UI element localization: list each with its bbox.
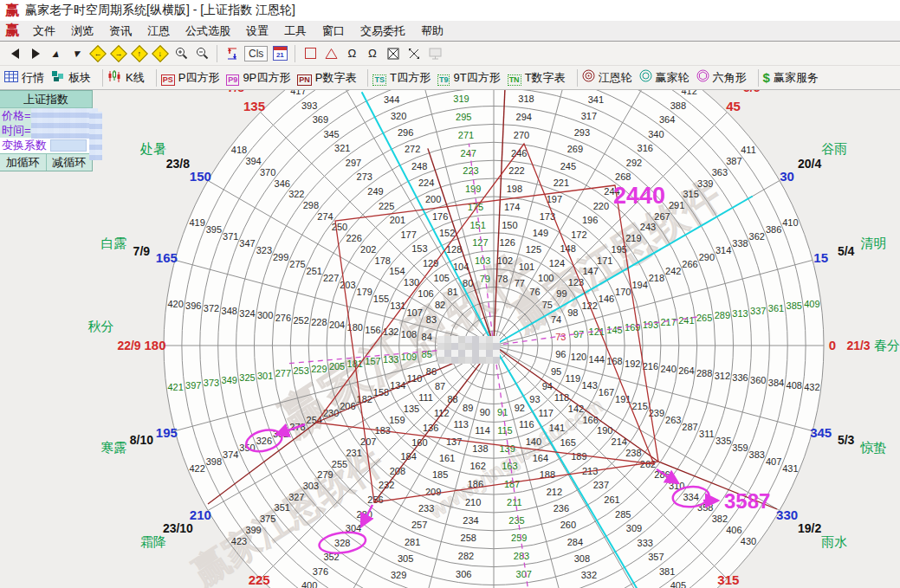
wheel-number: 273	[357, 171, 372, 182]
menu-item[interactable]: 工具	[284, 23, 307, 39]
square-tool-icon[interactable]	[301, 44, 319, 63]
rotate-cw-icon[interactable]: Ω	[343, 44, 360, 63]
center-redacted	[493, 343, 500, 350]
view-button-p9-badge[interactable]: P99P四方形	[226, 70, 297, 86]
wheel-number: 108	[401, 329, 417, 339]
wheel-number: 339	[697, 178, 713, 189]
date-label: 23/8	[166, 157, 190, 171]
wheel-number: 164	[533, 453, 548, 463]
wheel-number: 150	[502, 220, 517, 230]
wheel-number: 372	[204, 303, 219, 313]
wheel-number: 207	[360, 436, 376, 447]
wheel-number: 290	[699, 252, 715, 262]
toolbar-separator	[367, 69, 368, 87]
wheel-number: 307	[516, 569, 532, 579]
calendar-icon[interactable]: 21	[271, 44, 288, 63]
view-button-t9-badge[interactable]: T99T四方形	[437, 70, 508, 86]
t9-badge: T9	[437, 70, 450, 86]
view-button-blocks-icon[interactable]: 板块	[51, 70, 98, 86]
time-label: 时间=	[2, 124, 31, 137]
center-redacted	[486, 357, 493, 364]
menu-item[interactable]: 公式选股	[185, 23, 230, 39]
diamond-left-icon[interactable]: ←	[89, 44, 107, 63]
cross-arrows-icon[interactable]	[405, 44, 423, 63]
wheel-number: 381	[659, 566, 675, 577]
toolbar-separator	[295, 45, 295, 62]
view-button-ts-badge[interactable]: TST四方形	[372, 70, 437, 86]
range-icon[interactable]	[223, 44, 241, 63]
toolbar-separator	[102, 69, 103, 87]
wheel-number: 387	[726, 156, 741, 166]
wheel-number: 348	[222, 306, 237, 316]
wheel-number: 341	[588, 94, 604, 105]
center-redacted	[479, 343, 486, 350]
view-button-hexagon-icon[interactable]: 六角形	[696, 69, 754, 86]
menu-item[interactable]: 资讯	[109, 23, 132, 39]
wheel-number: 421	[167, 382, 183, 392]
nav-down-icon[interactable]: ▼	[68, 44, 86, 63]
wheel-number: 336	[732, 372, 748, 383]
wheel-number: 282	[458, 551, 474, 561]
view-button-winner-wheel-icon[interactable]: 赢家轮	[639, 69, 696, 86]
menu-item[interactable]: 文件	[33, 23, 55, 39]
view-button-service-dollar-icon[interactable]: $赢家服务	[763, 70, 826, 86]
center-redacted	[493, 350, 500, 357]
diamond-up-icon[interactable]: ↑	[131, 44, 148, 63]
view-button-kline-icon[interactable]: K线	[107, 70, 152, 86]
nav-left-icon[interactable]	[6, 44, 23, 63]
wheel-number: 215	[631, 401, 647, 411]
menu-item[interactable]: 窗口	[322, 23, 345, 39]
nav-up-icon[interactable]: ▲	[48, 44, 65, 63]
wheel-number: 306	[456, 569, 471, 579]
rotate-ccw-icon[interactable]: Ω	[364, 44, 381, 63]
menu-item[interactable]: 帮助	[421, 23, 444, 39]
sub-cycle-button[interactable]: 减循环	[47, 154, 93, 171]
nav-right-icon[interactable]	[27, 44, 44, 63]
triangle-tool-icon[interactable]	[322, 44, 340, 63]
degree-label: 315	[717, 572, 739, 587]
cls-button[interactable]: Cls	[244, 44, 268, 63]
wheel-number: 234	[463, 515, 478, 526]
wheel-number: 187	[504, 479, 520, 489]
zoom-out-icon[interactable]	[193, 44, 210, 63]
wheel-number: 406	[726, 525, 741, 535]
menu-item[interactable]: 设置	[246, 23, 269, 39]
wheel-number: 107	[406, 307, 422, 318]
view-button-gann-wheel-icon[interactable]: 江恩轮	[582, 69, 639, 86]
board-icon[interactable]	[426, 44, 444, 63]
wheel-number: 271	[458, 130, 474, 140]
menu-item[interactable]: 交易委托	[360, 23, 405, 39]
zoom-in-icon[interactable]	[172, 44, 190, 63]
add-cycle-button[interactable]: 加循环	[0, 154, 47, 171]
wheel-number: 294	[516, 112, 532, 122]
wheel-number: 423	[231, 536, 247, 546]
wheel-number: 319	[453, 94, 469, 104]
view-button-tn-badge[interactable]: TNT数字表	[508, 70, 573, 86]
wheel-number: 192	[625, 359, 640, 369]
wheel-number: 97	[573, 329, 584, 339]
wheel-number: 357	[648, 552, 664, 562]
view-button-pn-badge[interactable]: PNP数字表	[297, 70, 363, 86]
menu-item[interactable]: 江恩	[147, 23, 170, 39]
wheel-number: 177	[400, 229, 416, 240]
box-x-icon[interactable]	[385, 44, 402, 63]
wheel-number: 144	[589, 354, 605, 365]
wheel-number: 398	[206, 456, 222, 467]
solar-term-label: 谷雨	[821, 141, 847, 156]
wheel-number: 153	[411, 243, 427, 254]
coef-input[interactable]	[50, 139, 87, 152]
toolbar-separator	[217, 45, 217, 62]
date-label: 22/9	[117, 339, 140, 352]
view-button-quote-grid-icon[interactable]: 行情	[4, 70, 51, 86]
wheel-number: 248	[411, 161, 427, 171]
wheel-number: 324	[239, 308, 255, 319]
menu-item[interactable]: 浏览	[71, 23, 94, 39]
wheel-number: 264	[678, 365, 694, 376]
degree-label: 210	[190, 507, 211, 522]
wheel-number: 395	[206, 224, 222, 235]
diamond-down-icon[interactable]: ↓	[152, 44, 169, 63]
wheel-number: 272	[405, 144, 420, 154]
view-button-ps-badge[interactable]: PSP四方形	[161, 70, 227, 86]
degree-label: 330	[776, 507, 798, 522]
diamond-right-icon[interactable]: →	[110, 44, 127, 63]
